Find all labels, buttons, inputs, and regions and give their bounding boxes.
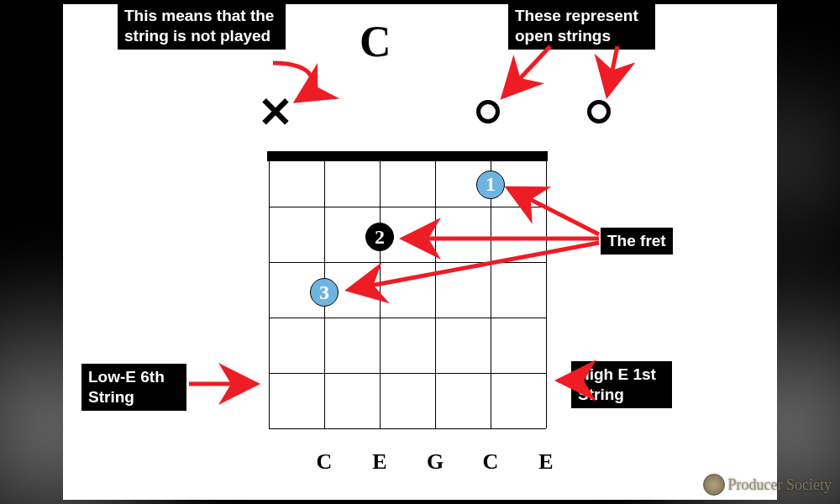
- callout-open: These represent open strings: [508, 3, 655, 50]
- note-label: E: [372, 449, 386, 475]
- logo-badge-icon: [703, 474, 725, 496]
- fretboard: 1 2 3: [269, 151, 546, 428]
- callout-high-e: High E 1st String: [571, 361, 672, 408]
- callout-low-e: Low-E 6th String: [81, 364, 186, 411]
- finger-dot-1: 1: [476, 171, 505, 199]
- callout-mute: This means that the string is not played: [118, 3, 286, 50]
- note-label: C: [317, 449, 333, 475]
- logo-text: Producer Society: [728, 476, 832, 494]
- finger-dot-3: 3: [310, 278, 339, 307]
- note-label: G: [427, 449, 444, 475]
- finger-dot-2: 2: [365, 223, 394, 251]
- chord-name-label: C: [360, 17, 391, 66]
- mute-x-icon: ✕: [258, 88, 293, 137]
- watermark-logo: Producer Society: [703, 474, 832, 496]
- open-circle-icon: [587, 100, 611, 123]
- open-circle-icon: [476, 100, 500, 123]
- note-label: E: [538, 449, 553, 475]
- diagram-panel: C ✕ 1 2 3 C E G C E This means that t: [63, 4, 777, 500]
- note-label: C: [483, 449, 499, 475]
- callout-fret: The fret: [601, 228, 673, 255]
